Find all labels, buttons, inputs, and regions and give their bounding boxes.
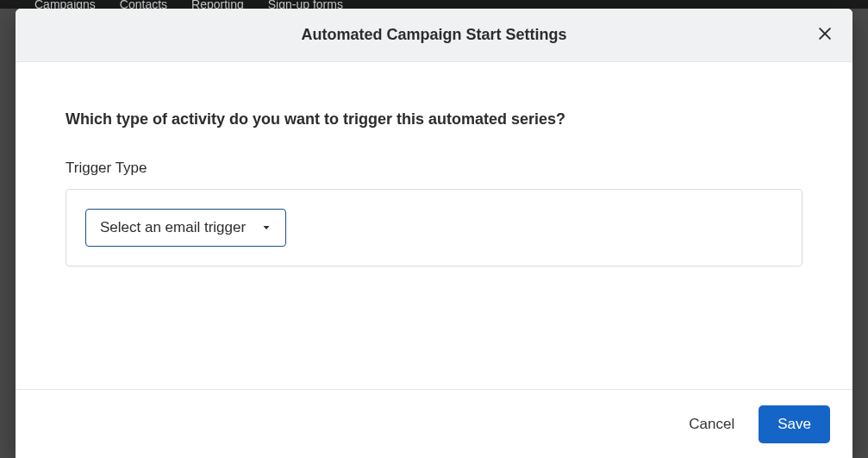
question-text: Which type of activity do you want to tr… [66,110,802,129]
modal-body: Which type of activity do you want to tr… [16,62,852,389]
chevron-down-icon [261,223,272,233]
close-button[interactable] [809,20,840,51]
nav-item[interactable]: Reporting [191,0,244,9]
close-icon [816,25,834,45]
settings-modal: Automated Campaign Start Settings Which … [16,9,852,458]
save-button[interactable]: Save [759,405,830,443]
trigger-type-dropdown[interactable]: Select an email trigger [85,209,286,247]
trigger-type-panel: Select an email trigger [66,189,802,267]
nav-item[interactable]: Sign-up forms [268,0,343,9]
modal-header: Automated Campaign Start Settings [16,9,852,62]
modal-footer: Cancel Save [16,389,852,458]
nav-item[interactable]: Campaigns [34,0,96,9]
dropdown-selected-text: Select an email trigger [100,219,246,236]
nav-item[interactable]: Contacts [120,0,167,9]
modal-title: Automated Campaign Start Settings [301,26,566,44]
cancel-button[interactable]: Cancel [684,409,740,440]
top-nav: Campaigns Contacts Reporting Sign-up for… [0,0,868,9]
trigger-type-label: Trigger Type [66,160,802,177]
